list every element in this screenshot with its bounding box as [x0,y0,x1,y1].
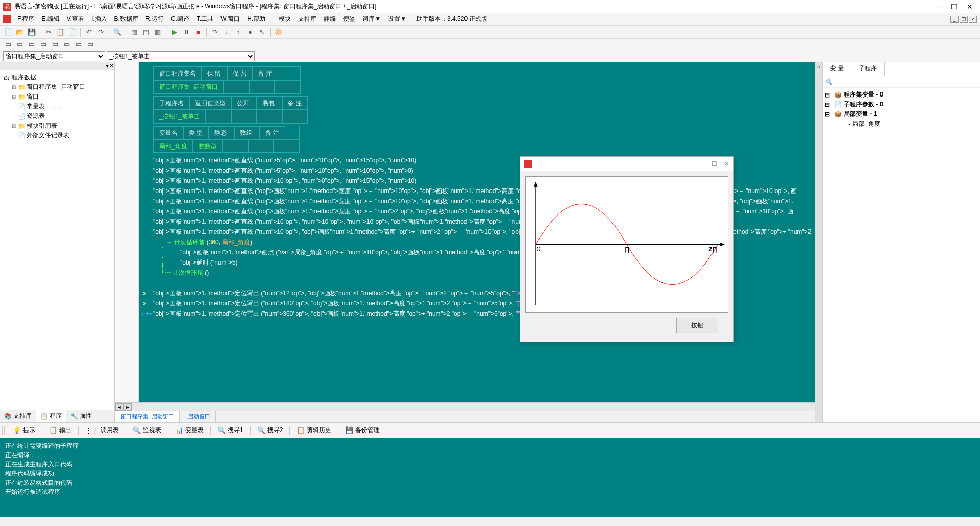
menu-help[interactable]: H.帮助 [244,14,268,25]
secondary-toolbar: ▭ ▭ ▭ ▭ ▭ ▭ ▭ ▭ [0,39,980,50]
cut-button[interactable]: ✂ [43,27,54,37]
cursor-button[interactable]: ↖ [257,27,267,37]
menu-insert[interactable]: I.插入 [88,14,110,25]
tb2-5[interactable]: ▭ [50,39,60,50]
menu-notes[interactable]: 便签 [340,14,358,25]
tb2-3[interactable]: ▭ [27,39,37,50]
mdi-minimize-button[interactable]: _ [950,16,959,23]
preview-maximize-button[interactable]: ☐ [712,160,717,168]
open-button[interactable]: 📂 [15,27,25,37]
variables-tree[interactable]: ⊟📦程序集变量 - 0⊟📄子程序参数 - 0⊟📦局部变量 - 1▪局部_角度 [823,88,980,131]
output-panel: 💡提示 📋输出 ⋮⋮调用表 🔍监视表 📊变量表 🔍搜寻1 🔍搜寻2 📋剪辑历史 … [0,422,980,517]
menu-static-compile[interactable]: 静编 [321,14,339,25]
undo-button[interactable]: ↶ [84,27,94,37]
tab-backup[interactable]: 💾备份管理 [340,424,384,437]
subroutine-combo[interactable]: _按钮1_被单击 [107,51,255,61]
tb2-8[interactable]: ▭ [85,39,95,50]
output-tabs: 💡提示 📋输出 ⋮⋮调用表 🔍监视表 📊变量表 🔍搜寻1 🔍搜寻2 📋剪辑历史 … [0,423,980,438]
programset-combo[interactable]: 窗口程序集_启动窗口 [3,51,105,61]
menu-support-lib[interactable]: 支持库 [295,14,320,25]
panel-close-icon[interactable]: × [110,62,113,70]
runtime-preview-window[interactable]: ─ ☐ ✕ 0 ∏ [520,156,734,342]
maximize-button[interactable]: ☐ [951,3,958,11]
horizontal-scrollbar[interactable]: ◄► [115,402,815,411]
tree-item[interactable]: 📄资源表 [10,111,112,121]
preview-close-button[interactable]: ✕ [724,160,729,168]
new-button[interactable]: 📄 [3,27,13,37]
tab-program[interactable]: 📋程序 [36,410,66,422]
tab-cliphistory[interactable]: 📋剪辑历史 [292,424,336,437]
tab-search2[interactable]: 🔍搜寻2 [253,424,288,437]
tab-properties[interactable]: 🔧属性 [66,410,96,422]
preview-titlebar[interactable]: ─ ☐ ✕ [520,157,733,171]
menu-database[interactable]: B.数据库 [111,14,141,25]
tab-calltable[interactable]: ⋮⋮调用表 [81,424,124,437]
menu-view[interactable]: V.查看 [64,14,87,25]
tab-subroutines[interactable]: 子程序 [851,62,885,76]
menu-program[interactable]: F.程序 [14,14,37,25]
menu-compile[interactable]: C.编译 [168,14,192,25]
tab-search1[interactable]: 🔍搜寻1 [213,424,248,437]
copy-button[interactable]: 📋 [55,27,65,37]
menu-window[interactable]: W.窗口 [217,14,243,25]
preview-app-icon [524,160,532,168]
menu-module[interactable]: 模块 [276,14,294,25]
paste-button[interactable]: 📄 [67,27,77,37]
mdi-restore-button[interactable]: ❐ [960,16,968,23]
menu-settings[interactable]: 设置▼ [385,14,409,25]
step-out-button[interactable]: ↑ [233,27,243,37]
subroutine-table: 子程序名返回值类型公开易包备 注 _按钮1_被单击 [153,96,308,124]
breakpoint-button[interactable]: ● [245,27,255,37]
output-content[interactable]: 正在统计需要编译的子程序正在编译．．．正在生成主程序入口代码程序代码编译成功正在… [0,438,980,517]
close-button[interactable]: ✕ [967,3,973,11]
redo-button[interactable]: ↷ [95,27,106,37]
menu-tools[interactable]: T.工具 [193,14,216,25]
tree-item[interactable]: ⊞📁窗口 [10,92,112,102]
preview-action-button[interactable]: 按钮 [676,318,718,333]
menu-edit[interactable]: E.编辑 [38,14,62,25]
tab-variables[interactable]: 变 量 [823,62,851,76]
mdi-close-button[interactable]: × [969,16,977,23]
tree-item[interactable]: ⊞📁窗口程序集_启动窗口 [10,82,112,92]
drawing-canvas: 0 ∏ 2∏ [525,176,728,313]
preview-minimize-button[interactable]: ─ [700,160,704,168]
tb2-6[interactable]: ▭ [62,39,72,50]
tab-support-lib[interactable]: 📚支持库 [0,410,36,422]
tree-item[interactable]: ⊞📁模块引用表 [10,121,112,131]
save-button[interactable]: 💾 [27,27,37,37]
tb2-1[interactable]: ▭ [3,39,13,50]
pause-button[interactable]: ⏸ [181,27,191,37]
run-button[interactable]: ▶ [169,27,180,37]
minimize-button[interactable]: ─ [937,3,942,11]
tab-tips[interactable]: 💡提示 [8,424,40,437]
tb2-7[interactable]: ▭ [74,39,84,50]
project-tree[interactable]: 🗂程序数据 ⊞📁窗口程序集_启动窗口 ⊞📁窗口 📄常量表．．． 📄资源表 ⊞📁模… [0,70,114,410]
step-over-button[interactable]: ↷ [210,27,220,37]
tree-item[interactable]: 📄外部文件记录表 [10,131,112,140]
menu-dictionary[interactable]: 词库▼ [359,14,384,25]
tab-vartable[interactable]: 📊变量表 [170,424,208,437]
tb2-4[interactable]: ▭ [38,39,48,50]
layout3-button[interactable]: ▥ [153,27,163,37]
code-editor-area: 窗口程序集名保 留保 留备 注 窗口程序集_启动窗口 子程序名返回值类型公开易包… [115,62,815,422]
variable-search-input[interactable] [825,78,978,85]
step-into-button[interactable]: ↓ [222,27,232,37]
svg-marker-3 [720,243,725,247]
panel-pin-icon[interactable]: ▾ [106,62,109,70]
tab-programset[interactable]: 窗口程序集_启动窗口 [115,411,180,422]
right-panel-toggle[interactable]: » [815,62,822,422]
layout1-button[interactable]: ▦ [129,27,139,37]
tree-root[interactable]: 🗂程序数据 [2,73,112,82]
tab-watch[interactable]: 🔍监视表 [128,424,166,437]
knowledge-button[interactable]: 🔆 [274,27,284,37]
menu-run[interactable]: R.运行 [142,14,167,25]
tree-item[interactable]: 📄常量表．．． [10,102,112,111]
variables-panel: 变 量 子程序 ⊟📦程序集变量 - 0⊟📄子程序参数 - 0⊟📦局部变量 - 1… [822,62,980,422]
tab-output[interactable]: 📋输出 [44,424,76,437]
stop-button[interactable]: ■ [193,27,203,37]
tab-startwindow[interactable]: _启动窗口 [180,411,216,422]
tb2-2[interactable]: ▭ [15,39,25,50]
layout2-button[interactable]: ▤ [141,27,151,37]
app-icon: 易 [3,3,11,11]
find-button[interactable]: 🔍 [112,27,122,37]
